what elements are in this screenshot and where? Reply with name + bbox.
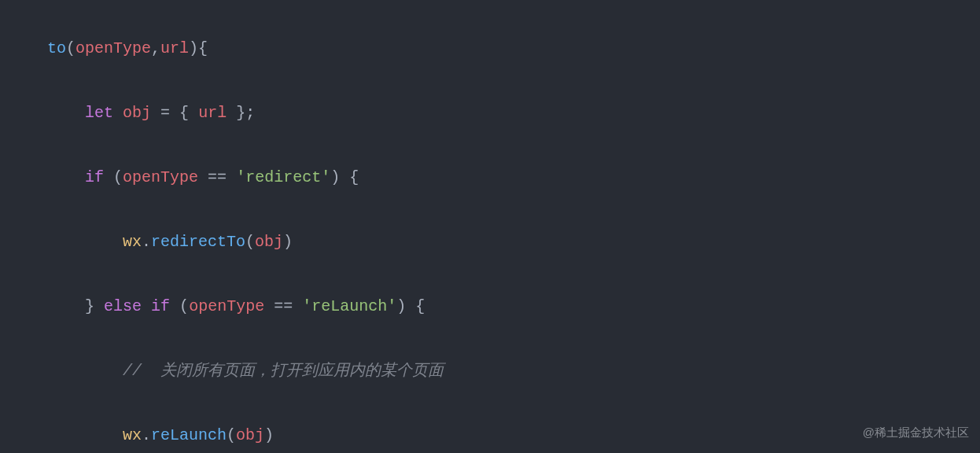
code-line: // 关闭所有页面，打开到应用内的某个页面 (47, 355, 980, 387)
watermark: @稀土掘金技术社区 (863, 416, 969, 448)
function-name: to (47, 39, 66, 57)
code-line: wx.reLaunch(obj) (47, 419, 980, 451)
code-line: to(openType,url){ (47, 32, 980, 64)
code-block: to(openType,url){ let obj = { url }; if … (0, 0, 980, 453)
code-line: if (openType == 'redirect') { (47, 161, 980, 193)
code-line: } else if (openType == 'reLaunch') { (47, 290, 980, 322)
comment: // 关闭所有页面，打开到应用内的某个页面 (123, 362, 444, 380)
code-line: wx.redirectTo(obj) (47, 226, 980, 258)
code-line: let obj = { url }; (47, 97, 980, 129)
